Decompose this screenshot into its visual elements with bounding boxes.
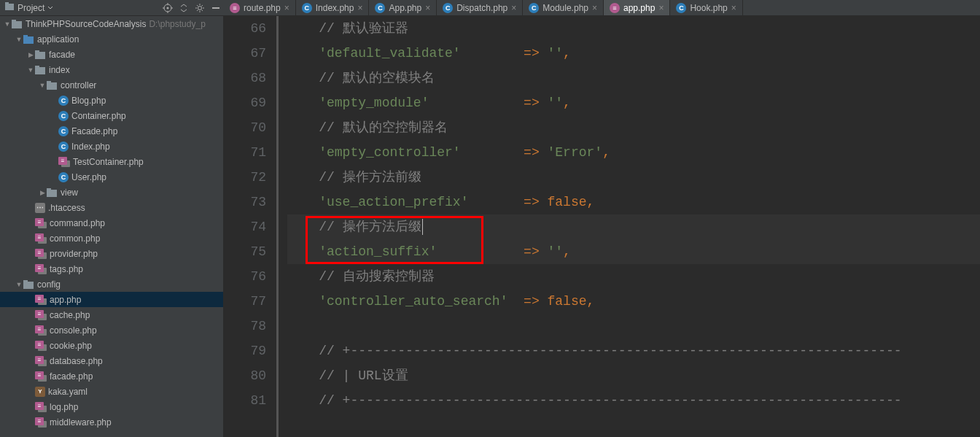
svg-point-3	[167, 7, 169, 9]
svg-rect-17	[35, 66, 39, 68]
expand-arrow-icon[interactable]: ▼	[15, 36, 23, 43]
tab-Hook-php[interactable]: CHook.php×	[670, 0, 742, 15]
tab-label: Module.php	[542, 3, 588, 13]
close-icon[interactable]: ×	[592, 3, 597, 13]
tree-label: tags.php	[50, 264, 83, 274]
folder-controller[interactable]: ▼controller	[0, 77, 223, 93]
file-log.php[interactable]: ≡log.php	[0, 399, 223, 414]
hide-panel-button[interactable]	[208, 0, 224, 16]
svg-rect-23	[23, 280, 28, 282]
code-editor[interactable]: 66676869707172737475767778798081 // 默认验证…	[224, 16, 980, 437]
expand-arrow-icon[interactable]: ▼	[26, 66, 35, 74]
code-line[interactable]	[287, 314, 980, 339]
folder-index[interactable]: ▼index	[0, 62, 223, 77]
file-console.php[interactable]: ≡console.php	[0, 322, 223, 338]
file-.htaccess[interactable]: ⋯.htaccess	[0, 200, 223, 215]
tree-label: config	[37, 279, 61, 290]
expand-arrow-icon[interactable]: ▶	[26, 51, 35, 58]
file-cookie.php[interactable]: ≡cookie.php	[0, 338, 223, 353]
file-Facade.php[interactable]: CFacade.php	[0, 123, 223, 139]
code-line[interactable]: // | URL设置	[287, 363, 980, 388]
expand-arrow-icon[interactable]: ▼	[38, 82, 47, 89]
svg-rect-1	[5, 2, 9, 4]
project-root[interactable]: ▼ThinkPHPSourceCodeAnalysisD:\phpstudy_p	[0, 16, 223, 31]
code-line[interactable]: // 操作方法后缀	[287, 214, 980, 239]
tab-label: route.php	[244, 3, 281, 13]
expand-arrow-icon[interactable]: ▼	[3, 20, 12, 28]
close-icon[interactable]: ×	[284, 3, 289, 13]
file-TestContainer.php[interactable]: ≡TestContainer.php	[0, 154, 223, 169]
file-app.php[interactable]: ≡app.php	[0, 292, 223, 307]
file-common.php[interactable]: ≡common.php	[0, 231, 223, 246]
code-area[interactable]: // 默认验证器 'default_validate' => '', // 默认…	[279, 16, 980, 437]
code-line[interactable]: // 默认的空模块名	[287, 66, 980, 90]
tab-label: app.php	[623, 3, 655, 13]
folder-icon	[47, 188, 57, 197]
folder-application[interactable]: ▼application	[0, 31, 223, 47]
file-Blog.php[interactable]: CBlog.php	[0, 93, 223, 108]
tree-label: facade	[49, 50, 75, 60]
code-line[interactable]: 'empty_module' => '',	[287, 90, 980, 115]
file-cache.php[interactable]: ≡cache.php	[0, 307, 223, 322]
file-tags.php[interactable]: ≡tags.php	[0, 261, 223, 276]
expand-arrow-icon[interactable]: ▶	[38, 189, 47, 196]
svg-rect-11	[12, 20, 16, 22]
chevron-down-icon	[47, 5, 53, 11]
file-User.php[interactable]: CUser.php	[0, 169, 223, 185]
tab-route-php[interactable]: ≡route.php×	[224, 0, 296, 15]
svg-rect-16	[35, 67, 45, 74]
file-provider.php[interactable]: ≡provider.php	[0, 246, 223, 261]
close-icon[interactable]: ×	[658, 3, 664, 13]
code-line[interactable]: 'use_action_prefix' => false,	[287, 190, 980, 214]
project-dropdown[interactable]: Project	[18, 3, 53, 13]
code-line[interactable]: // 操作方法前缀	[287, 165, 980, 190]
locate-file-button[interactable]	[160, 0, 176, 16]
project-tree[interactable]: ▼ThinkPHPSourceCodeAnalysisD:\phpstudy_p…	[0, 16, 224, 437]
close-icon[interactable]: ×	[425, 3, 430, 13]
close-icon[interactable]: ×	[357, 3, 362, 13]
file-command.php[interactable]: ≡command.php	[0, 215, 223, 231]
tab-app-php[interactable]: ≡app.php×	[604, 0, 670, 15]
tree-label: TestContainer.php	[73, 157, 144, 167]
file-Index.php[interactable]: CIndex.php	[0, 139, 223, 154]
code-line[interactable]: // +------------------------------------…	[287, 339, 980, 363]
tree-label: .htaccess	[48, 203, 85, 213]
file-kaka.yaml[interactable]: Ykaka.yaml	[0, 384, 223, 399]
settings-button[interactable]	[192, 0, 208, 16]
folder-icon	[23, 35, 34, 44]
tab-Index-php[interactable]: CIndex.php×	[296, 0, 370, 15]
file-middleware.php[interactable]: ≡middleware.php	[0, 414, 223, 430]
close-icon[interactable]: ×	[731, 3, 736, 13]
code-line[interactable]: // +------------------------------------…	[287, 388, 980, 413]
tree-label: cookie.php	[50, 341, 92, 351]
folder-config[interactable]: ▼config	[0, 276, 223, 292]
folder-view[interactable]: ▶view	[0, 185, 223, 200]
line-gutter: 66676869707172737475767778798081	[224, 16, 279, 437]
tree-label: facade.php	[50, 371, 93, 382]
code-line[interactable]: 'default_validate' => '',	[287, 41, 980, 66]
tree-label: console.php	[50, 325, 97, 336]
tab-label: Dispatch.php	[456, 3, 508, 13]
code-line[interactable]: 'action_suffix' => '',	[287, 239, 980, 264]
php-file-icon: ≡	[230, 3, 240, 13]
code-line[interactable]: // 自动搜索控制器	[287, 264, 980, 289]
php-file-icon: ≡	[610, 3, 620, 13]
tab-App-php[interactable]: CApp.php×	[369, 0, 437, 15]
expand-arrow-icon[interactable]: ▼	[15, 281, 23, 288]
folder-facade[interactable]: ▶facade	[0, 47, 223, 62]
tab-Dispatch-php[interactable]: CDispatch.php×	[437, 0, 523, 15]
tab-Module-php[interactable]: CModule.php×	[523, 0, 604, 15]
file-Container.php[interactable]: CContainer.php	[0, 108, 223, 123]
file-facade.php[interactable]: ≡facade.php	[0, 368, 223, 384]
folder-icon	[35, 66, 45, 74]
code-line[interactable]: 'empty_controller' => 'Error',	[287, 140, 980, 165]
dotfile-icon: ⋯	[35, 203, 45, 213]
project-label-text: Project	[18, 3, 44, 13]
close-icon[interactable]: ×	[511, 3, 516, 13]
code-line[interactable]: // 默认验证器	[287, 16, 980, 41]
svg-rect-22	[23, 282, 34, 289]
code-line[interactable]: 'controller_auto_search' => false,	[287, 289, 980, 314]
file-database.php[interactable]: ≡database.php	[0, 353, 223, 368]
code-line[interactable]: // 默认的空控制器名	[287, 115, 980, 140]
collapse-all-button[interactable]	[176, 0, 192, 16]
